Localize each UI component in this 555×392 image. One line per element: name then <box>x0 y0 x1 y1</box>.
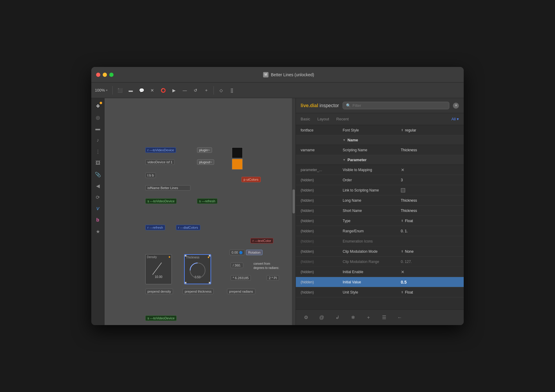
filter-box[interactable]: 🔍 <box>343 102 449 109</box>
sidebar-icon-layers[interactable]: ❖ <box>92 101 103 111</box>
node-r-refresh[interactable]: r ---refresh <box>145 225 165 230</box>
toolbar-btn-diamond[interactable]: ◇ <box>216 86 226 95</box>
node-label: / 360. <box>233 264 241 267</box>
row-val-1[interactable]: ✕ <box>401 167 459 172</box>
toolbar-btn-comment[interactable]: 💬 <box>137 86 146 95</box>
insp-btn-back[interactable]: ← <box>394 312 405 323</box>
close-button[interactable] <box>96 73 100 77</box>
sidebar-icon-clip[interactable]: 📎 <box>92 169 103 180</box>
node-div360[interactable]: / 360. <box>231 263 243 268</box>
sidebar-icon-note[interactable]: ♪ <box>92 135 103 146</box>
node-rotation-label[interactable]: Rotation <box>246 250 262 255</box>
row-val-6[interactable]: ⬆ Float <box>401 219 459 223</box>
row-key-2: (hidden) <box>301 178 343 182</box>
sidebar-icon-b[interactable]: b <box>92 215 103 225</box>
node-r-toVideoDevice[interactable]: r ---toVideoDevice <box>145 147 176 153</box>
row-val-13[interactable]: ⬆ Float <box>401 290 459 294</box>
canvas-area[interactable]: r ---toVideoDevice videoDevice isf 1 t b… <box>105 98 296 325</box>
insp-btn-arrow-corner[interactable]: ↲ <box>332 312 343 323</box>
row-varname-value: Thickness <box>401 148 459 152</box>
node-r-textColor[interactable]: r ---textColor <box>250 238 273 243</box>
toolbar-btn-rotate[interactable]: ↺ <box>191 86 200 95</box>
filter-close-button[interactable]: ✕ <box>453 103 459 109</box>
fullscreen-button[interactable] <box>109 73 114 77</box>
node-2pi[interactable]: 2 * PI <box>267 275 279 281</box>
handle-bl[interactable] <box>185 282 187 284</box>
inspector-bottom-toolbar: ⚙ @ ↲ ❄ + ☰ ← <box>296 309 464 325</box>
insp-btn-snowflake[interactable]: ❄ <box>347 312 358 323</box>
search-icon: 🔍 <box>346 103 351 108</box>
density-widget[interactable]: Density ■ 10.00 <box>145 254 172 284</box>
toolbar-btn-layout[interactable]: ⬛ <box>115 86 125 95</box>
node-tbb[interactable]: t b b <box>145 173 156 178</box>
toolbar-btn-circle[interactable]: ⭕ <box>158 86 168 95</box>
toolbar-btn-x[interactable]: ✕ <box>147 86 157 95</box>
toolbar-btn-text[interactable]: ▬ <box>126 86 135 95</box>
node-label: t b b <box>147 173 154 177</box>
node-s-toVideoDevice2[interactable]: s ---toVideoDevice <box>145 315 177 321</box>
row-val-9[interactable]: ⬆ None <box>401 249 459 254</box>
insp-btn-plus[interactable]: + <box>363 312 374 323</box>
thickness-widget[interactable]: Thickness ■ 0.50 <box>184 254 211 284</box>
checkbox-link[interactable] <box>401 188 405 192</box>
node-label: r ---textColor <box>253 239 271 243</box>
row-val-3[interactable] <box>401 188 459 192</box>
insp-btn-gear[interactable]: ⚙ <box>301 312 311 323</box>
sidebar-icon-loop[interactable]: ⟳ <box>92 192 103 203</box>
row-key-11: (hidden) <box>301 270 343 274</box>
zoom-control[interactable]: 100% ▾ <box>95 88 108 92</box>
node-plugin[interactable]: plugin~ <box>197 147 212 153</box>
row-initial-value[interactable]: (hidden) Initial Value 0.5 <box>296 277 464 287</box>
triangle-icon: ▼ <box>343 138 346 142</box>
sidebar-icon-target[interactable]: ◎ <box>92 112 103 123</box>
node-prepend-thickness[interactable]: prepend thickness <box>183 289 214 294</box>
row-link: (hidden) Link to Scripting Name <box>296 185 464 195</box>
row-val-11[interactable]: ✕ <box>401 270 459 274</box>
row-fontface-value[interactable]: ⬆ regular <box>401 128 459 132</box>
inspector-tab-bar: Basic Layout Recent All ▾ <box>296 113 464 125</box>
sidebar-icon-vimeo[interactable]: V <box>92 203 103 214</box>
sidebar-icon-dots[interactable]: ⋮ <box>92 146 103 157</box>
canvas-scrollbar[interactable] <box>292 98 296 325</box>
row-attr-3: Link to Scripting Name <box>343 188 401 192</box>
node-mul6283[interactable]: * 6.283185 <box>231 275 251 281</box>
tab-recent[interactable]: Recent <box>336 116 349 122</box>
node-videoDevice[interactable]: videoDevice isf 1 <box>145 159 174 165</box>
convert-line2: degrees to radians: <box>253 266 279 270</box>
thickness-label: Thickness <box>186 256 199 259</box>
node-p-uiColors[interactable]: p uiColors <box>241 177 261 182</box>
left-sidebar: ❖ ◎ ▬ ♪ ⋮ 🖼 📎 ◀ ⟳ V b ★ <box>91 98 105 325</box>
toolbar-btn-plus[interactable]: ＋ <box>202 86 211 95</box>
sidebar-icon-star[interactable]: ★ <box>92 226 103 237</box>
insp-btn-menu[interactable]: ☰ <box>379 312 390 323</box>
toolbar-btn-play[interactable]: ▶ <box>169 86 179 95</box>
node-prepend-radians[interactable]: prepend radians <box>227 289 255 294</box>
rotation-value: 0.00 <box>232 251 238 254</box>
filter-input[interactable] <box>353 103 446 108</box>
node-plugout[interactable]: plugout~ <box>197 159 214 165</box>
node-rotation-val[interactable]: 0.00 🔵 <box>229 250 245 255</box>
canvas-scrollbar-thumb[interactable] <box>293 189 295 213</box>
node-s-toVideoDevice[interactable]: s ---toVideoDevice <box>145 198 177 204</box>
node-s-refresh[interactable]: s ---refresh <box>197 198 217 204</box>
node-isfName[interactable]: isfName Better Lines <box>145 185 190 191</box>
toolbar-btn-minus[interactable]: — <box>180 86 190 95</box>
sidebar-icon-arrow[interactable]: ◀ <box>92 180 103 191</box>
node-prepend-density[interactable]: prepend density <box>145 289 173 294</box>
handle-tl[interactable] <box>185 255 187 257</box>
node-r-dialColors[interactable]: r ---dialColors <box>176 225 200 230</box>
sidebar-icon-display[interactable]: ▬ <box>92 123 103 134</box>
handle-tr[interactable] <box>209 255 211 257</box>
tab-basic[interactable]: Basic <box>301 116 310 122</box>
handle-br[interactable] <box>209 282 211 284</box>
tab-layout[interactable]: Layout <box>317 116 329 122</box>
toolbar-btn-grid[interactable]: ⣿ <box>227 86 237 95</box>
section-name: ▼ Name <box>296 135 464 145</box>
sidebar-icon-image[interactable]: 🖼 <box>92 158 103 168</box>
row-parameter-visible: parameter_... Visible to Mapping ✕ <box>296 165 464 175</box>
minimize-button[interactable] <box>103 73 107 77</box>
tab-all[interactable]: All ▾ <box>451 117 459 121</box>
insp-btn-at[interactable]: @ <box>316 312 327 323</box>
row-key-6: (hidden) <box>301 219 343 223</box>
title-bar-center: M Better Lines (unlocked) <box>118 72 459 77</box>
